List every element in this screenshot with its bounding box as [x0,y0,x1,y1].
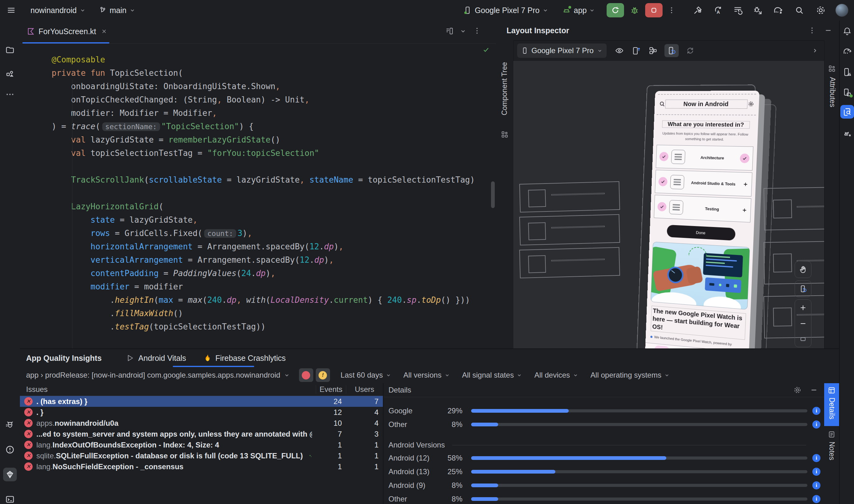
filter-dropdown[interactable]: Last 60 days [341,371,391,379]
issue-row[interactable]: ✕sqlite.SQLiteFullException - database o… [20,450,383,461]
code-line[interactable]: .fillMaxWidth() [52,307,475,320]
branch-selector[interactable]: main [110,6,126,15]
notes-vertical-tab[interactable]: Notes [824,427,839,468]
panel-options-kebab-icon[interactable] [808,26,816,34]
notifications-bell-icon[interactable] [840,24,854,38]
editor-options-kebab-icon[interactable] [473,27,481,35]
issue-row[interactable]: ✕. (has extras) }247 [20,396,383,407]
code-line[interactable]: val lazyGridState = rememberLazyGridStat… [52,133,475,147]
tab-list-chevron-icon[interactable] [459,27,467,35]
app-quality-insights-tool-icon[interactable] [3,468,17,481]
code-line[interactable]: horizontalArrangement = Arrangement.spac… [52,240,475,253]
layout-inspector-tool-icon[interactable] [840,105,854,119]
user-avatar[interactable] [835,4,849,17]
topic-checked-icon[interactable] [659,152,668,161]
pan-mode-button[interactable] [795,261,812,278]
info-icon[interactable]: i [812,454,820,462]
code-line[interactable]: .testTag(topicSelectionTestTag)) [52,320,475,334]
nav-item-for-you[interactable]: For you [645,343,679,348]
more-tool-windows-icon[interactable] [3,88,17,101]
issue-row[interactable]: ✕lang.IndexOutOfBoundsException - Index:… [20,439,383,450]
code-line[interactable]: rows = GridCells.Fixed(count:3), [52,227,475,240]
layout-inspector-canvas[interactable]: Now in Android What are you interested i… [513,61,824,348]
component-tree-tab[interactable]: Component Tree [496,40,514,348]
attach-debugger-icon[interactable] [753,5,763,15]
code-line[interactable]: LazyHorizontalGrid( [52,200,475,213]
device-selector[interactable]: Google Pixel 7 Pro [475,6,540,15]
code-line[interactable]: ) = trace(sectionName:"TopicSelection") … [52,120,475,133]
topic-row[interactable]: Architecture [656,145,753,170]
expand-chevron-right-icon[interactable] [811,47,819,54]
hamburger-menu-icon[interactable] [6,5,16,15]
code-line[interactable]: state = lazyGridState, [52,213,475,227]
chevron-down-icon[interactable] [79,7,86,14]
col-users[interactable]: Users [346,385,383,394]
code-content[interactable]: @Composableprivate fun TopicSelection( o… [52,53,475,334]
stop-button[interactable] [645,3,663,17]
tab-android-vitals[interactable]: Android Vitals [126,354,186,363]
issue-row[interactable]: ✕...ed to system_server and system apps … [20,429,383,439]
chevron-down-icon[interactable] [283,372,290,379]
gradle-sync-icon[interactable] [772,5,783,16]
code-line[interactable] [52,187,475,200]
topic-checked-icon[interactable] [657,202,667,212]
issue-row[interactable]: ✕apps.nowinandroid/u0a104 [20,418,383,429]
tab-firebase-crashlytics[interactable]: Firebase Crashlytics [204,354,285,363]
info-icon[interactable]: i [812,495,820,503]
chevron-down-icon[interactable] [589,7,595,14]
minimize-panel-icon[interactable] [824,26,832,34]
filter-dropdown[interactable]: All operating systems [591,371,670,379]
issue-row[interactable]: ✕. }124 [20,407,383,418]
inspection-ok-check-icon[interactable] [482,46,490,53]
nav-item-saved[interactable]: Saved [678,346,714,348]
details-settings-gear-icon[interactable] [793,386,802,394]
code-line[interactable]: modifier = modifier [52,280,475,293]
filter-dropdown[interactable]: All devices [534,371,579,379]
done-button[interactable]: Done [667,225,736,241]
filter-dropdown[interactable]: All signal states [462,371,523,379]
zoom-out-button[interactable] [799,320,807,328]
code-line[interactable]: .heightIn(max = max(240.dp, with(LocalDe… [52,293,475,307]
code-line[interactable]: onTopicCheckedChanged: (String, Boolean)… [52,93,475,107]
editor-tab-foryouscreen[interactable]: ForYouScreen.kt [27,20,107,42]
code-line[interactable]: TrackScrollJank(scrollableState = lazyGr… [52,173,475,187]
device-manager-icon[interactable] [840,65,854,79]
running-devices-icon[interactable] [840,86,854,100]
terminal-tool-icon[interactable] [3,492,17,504]
code-line[interactable]: val topicSelectionTestTag = "forYou:topi… [52,147,475,160]
apply-changes-restart-icon[interactable] [733,5,743,15]
topic-row[interactable]: Testing [654,195,751,222]
code-line[interactable]: contentPadding = PaddingValues(24.dp), [52,267,475,280]
settings-gear-icon[interactable] [816,5,826,16]
search-everywhere-icon[interactable] [794,5,804,15]
logcat-tool-icon[interactable] [3,418,17,432]
code-line[interactable]: onboardingUiState: OnboardingUiState.Sho… [52,80,475,93]
more-actions-kebab-icon[interactable] [667,6,676,14]
col-events[interactable]: Events [316,385,346,394]
zoom-in-button[interactable] [799,304,807,312]
code-line[interactable]: @Composable [52,53,475,67]
app-insights-crash-icon[interactable] [840,127,854,140]
problems-tool-icon[interactable] [3,443,17,456]
reset-view-button[interactable] [795,281,812,297]
chevron-down-icon[interactable] [542,7,549,14]
chevron-down-icon[interactable] [129,7,136,14]
apply-code-changes-icon[interactable]: A [713,5,723,15]
attributes-tab[interactable]: Attributes [824,40,839,348]
split-editor-icon[interactable] [445,27,454,35]
col-issues[interactable]: Issues [26,385,316,394]
rerun-button[interactable] [607,3,624,17]
project-selector[interactable]: nowinandroid [31,6,77,15]
debug-button[interactable] [630,5,640,15]
scope-selector[interactable]: app › prodRelease: [now-in-android] com.… [26,371,280,379]
close-tab-icon[interactable] [101,28,107,34]
non-fatal-filter-toggle[interactable]: ! [316,368,330,382]
info-icon[interactable]: i [812,420,820,429]
view-options-eye-icon[interactable] [615,46,624,55]
issue-row[interactable]: ✕lang.NoSuchFieldException - _consensus1… [20,461,383,472]
info-icon[interactable]: i [812,481,820,489]
editor-scrollbar[interactable] [491,181,495,208]
zoom-fit-button[interactable] [799,336,807,343]
code-line[interactable]: private fun TopicSelection( [52,67,475,80]
gradle-tool-icon[interactable] [840,45,854,58]
